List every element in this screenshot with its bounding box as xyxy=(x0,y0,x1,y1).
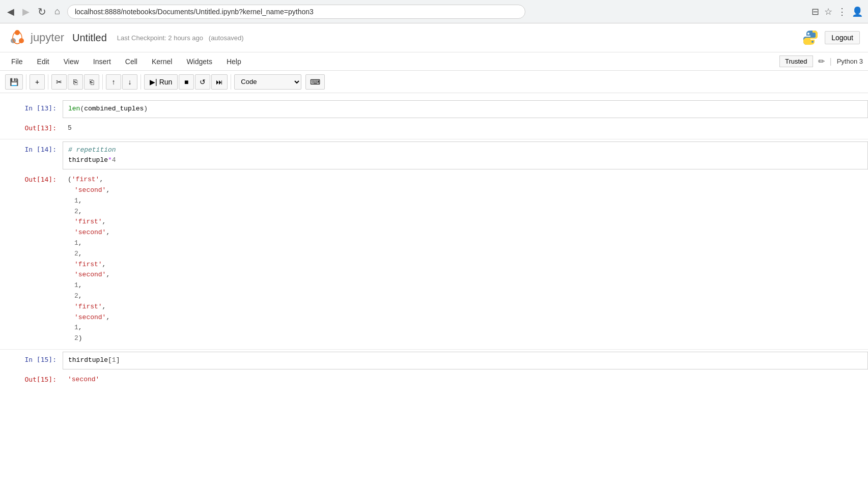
jupyter-logo-text: jupyter xyxy=(31,31,64,44)
browser-actions: ⊟ ☆ ⋮ 👤 xyxy=(811,6,863,17)
cell-13-input: In [13]: len(combined_tuples) xyxy=(0,100,868,118)
cell-14-code[interactable]: # repetition thirdtuple*4 xyxy=(63,141,868,170)
cell-15-out-prompt: Out[15]: xyxy=(2,372,63,388)
menu-edit[interactable]: Edit xyxy=(31,54,55,69)
cell-15-input: In [15]: thirdtuple[1] xyxy=(0,352,868,369)
jupyter-logo: jupyter xyxy=(8,28,64,47)
menu-right: Trusted ✏ | Python 3 xyxy=(779,55,863,67)
svg-point-4 xyxy=(807,33,809,35)
kernel-label: Python 3 xyxy=(837,58,863,65)
move-up-button[interactable]: ↑ xyxy=(106,74,121,90)
run-button[interactable]: ▶| Run xyxy=(144,74,178,90)
cell-15-prompt: In [15]: xyxy=(2,352,63,369)
cell-15-result: 'second' xyxy=(63,372,868,388)
cut-button[interactable]: ✂ xyxy=(51,74,67,90)
checkpoint-info: Last Checkpoint: 2 hours ago (autosaved) xyxy=(117,34,244,42)
menu-file[interactable]: File xyxy=(5,54,29,69)
toolbar-cell-group: + xyxy=(30,74,48,90)
toolbar-edit-group: ✂ ⎘ ⎗ xyxy=(51,74,103,90)
cell-13-prompt: In [13]: xyxy=(2,100,63,118)
cell-13-output: Out[13]: 5 xyxy=(0,120,868,137)
menu-kernel[interactable]: Kernel xyxy=(146,54,178,69)
toolbar-file-group: 💾 xyxy=(5,74,26,90)
restart-button[interactable]: ↺ xyxy=(195,74,210,90)
restart-run-button[interactable]: ⏭ xyxy=(211,74,228,90)
stop-button[interactable]: ■ xyxy=(179,74,194,90)
notebook-content: In [13]: len(combined_tuples) Out[13]: 5… xyxy=(0,93,868,395)
cell-14-output: Out[14]: ('first', 'second', 1, 2, 'firs… xyxy=(0,172,868,347)
jupyter-logo-icon xyxy=(8,28,26,47)
paste-button[interactable]: ⎗ xyxy=(84,74,99,90)
logout-button[interactable]: Logout xyxy=(825,31,860,44)
svg-point-5 xyxy=(811,41,814,43)
profile-icon[interactable]: 👤 xyxy=(852,6,863,17)
edit-icon[interactable]: ✏ xyxy=(818,56,825,66)
browser-toolbar: ◀ ▶ ↻ ⌂ ⊟ ☆ ⋮ 👤 xyxy=(0,0,868,23)
cell-14-result: ('first', 'second', 1, 2, 'first', 'seco… xyxy=(63,172,868,347)
move-down-button[interactable]: ↓ xyxy=(122,74,137,90)
cell-13-code[interactable]: len(combined_tuples) xyxy=(63,100,868,118)
keyboard-shortcuts-button[interactable]: ⌨ xyxy=(305,74,325,90)
refresh-button[interactable]: ↻ xyxy=(36,4,48,20)
cell-type-select[interactable]: Code Markdown Raw NBConvert Heading xyxy=(234,74,301,90)
sidebar-toggle-icon[interactable]: ⊟ xyxy=(811,6,819,17)
cell-13-result: 5 xyxy=(63,120,868,137)
trusted-button[interactable]: Trusted xyxy=(779,55,813,67)
menu-insert[interactable]: Insert xyxy=(87,54,117,69)
cell-15-output: Out[15]: 'second' xyxy=(0,372,868,388)
browser-menu-icon[interactable]: ⋮ xyxy=(837,6,847,17)
run-label: Run xyxy=(159,78,173,86)
menu-bar: File Edit View Insert Cell Kernel Widget… xyxy=(0,52,868,71)
cell-14-input: In [14]: # repetition thirdtuple*4 xyxy=(0,141,868,170)
run-icon: ▶| xyxy=(150,78,157,86)
menu-help[interactable]: Help xyxy=(220,54,247,69)
jupyter-header: jupyter Untitled Last Checkpoint: 2 hour… xyxy=(0,23,868,52)
menu-cell[interactable]: Cell xyxy=(119,54,144,69)
home-button[interactable]: ⌂ xyxy=(52,4,62,19)
cell-divider-2 xyxy=(0,349,868,350)
browser-nav-buttons: ◀ ▶ ↻ ⌂ xyxy=(5,4,62,20)
toolbar-run-group: ▶| Run ■ ↺ ⏭ xyxy=(144,74,231,90)
menu-widgets[interactable]: Widgets xyxy=(180,54,218,69)
address-bar[interactable] xyxy=(67,5,525,19)
cell-13-out-prompt: Out[13]: xyxy=(2,120,63,137)
cell-14-prompt: In [14]: xyxy=(2,141,63,170)
bookmark-icon[interactable]: ☆ xyxy=(824,6,832,17)
svg-point-0 xyxy=(15,30,20,35)
cell-divider-1 xyxy=(0,139,868,139)
save-button[interactable]: 💾 xyxy=(5,74,23,90)
copy-button[interactable]: ⎘ xyxy=(68,74,83,90)
cell-14-out-prompt: Out[14]: xyxy=(2,172,63,347)
header-right: Logout xyxy=(801,28,860,47)
forward-button[interactable]: ▶ xyxy=(20,4,32,19)
add-cell-button[interactable]: + xyxy=(30,74,45,90)
cell-15-code[interactable]: thirdtuple[1] xyxy=(63,352,868,369)
notebook-title[interactable]: Untitled xyxy=(72,32,107,44)
menu-view[interactable]: View xyxy=(58,54,85,69)
back-button[interactable]: ◀ xyxy=(5,4,16,19)
notebook-toolbar: 💾 + ✂ ⎘ ⎗ ↑ ↓ ▶| Run ■ ↺ ⏭ Code Markdown… xyxy=(0,71,868,93)
python-logo-icon xyxy=(801,28,820,47)
toolbar-move-group: ↑ ↓ xyxy=(106,74,141,90)
